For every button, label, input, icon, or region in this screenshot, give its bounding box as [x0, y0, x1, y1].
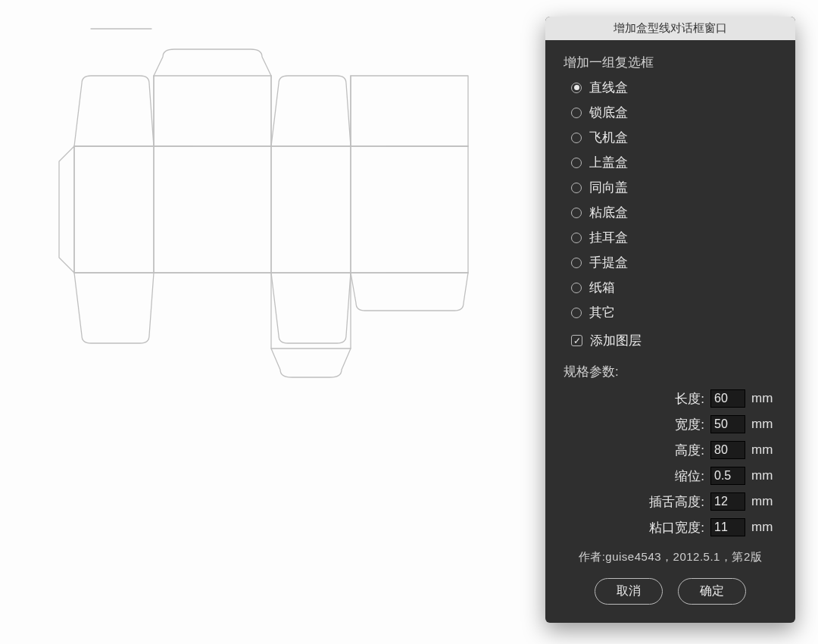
- radio-icon: [571, 108, 582, 118]
- param-row: 高度:mm: [564, 441, 777, 459]
- box-type-radio[interactable]: 其它: [571, 304, 777, 321]
- add-layer-checkbox[interactable]: ✓添加图层: [571, 332, 777, 349]
- dialog-title: 增加盒型线对话框窗口: [545, 17, 795, 40]
- box-type-radio[interactable]: 飞机盒: [571, 129, 777, 146]
- radio-icon: [571, 183, 582, 193]
- radio-icon: [571, 133, 582, 143]
- box-dieline-svg: [0, 0, 545, 644]
- box-type-radio[interactable]: 锁底盒: [571, 104, 777, 121]
- radio-label: 飞机盒: [589, 129, 628, 146]
- radio-label: 其它: [589, 304, 615, 321]
- radio-label: 粘底盒: [589, 204, 628, 221]
- radio-label: 同向盖: [589, 179, 628, 196]
- svg-rect-3: [351, 146, 468, 273]
- param-input[interactable]: [710, 415, 745, 433]
- param-label: 缩位:: [675, 467, 704, 485]
- box-type-radio-list: 直线盒锁底盒飞机盒上盖盒同向盖粘底盒挂耳盒手提盒纸箱其它✓添加图层: [564, 79, 777, 349]
- box-type-radio[interactable]: 同向盖: [571, 179, 777, 196]
- radio-icon: [571, 308, 582, 318]
- param-row: 插舌高度:mm: [564, 492, 777, 511]
- radio-icon: [571, 83, 582, 93]
- checkbox-icon: ✓: [571, 335, 582, 346]
- box-dieline-canvas: [0, 0, 545, 644]
- param-unit: mm: [751, 417, 777, 432]
- param-label: 粘口宽度:: [649, 519, 704, 536]
- radio-label: 直线盒: [589, 79, 628, 96]
- param-row: 缩位:mm: [564, 467, 777, 485]
- param-unit: mm: [751, 520, 777, 535]
- param-label: 长度:: [675, 390, 704, 408]
- author-line: 作者:guise4543，2012.5.1，第2版: [545, 550, 795, 564]
- radio-section-title: 增加一组复选框: [564, 54, 777, 71]
- ok-button[interactable]: 确定: [678, 578, 746, 605]
- dialog-button-row: 取消 确定: [545, 578, 795, 605]
- param-label: 高度:: [675, 442, 704, 459]
- radio-label: 纸箱: [589, 279, 615, 296]
- param-input[interactable]: [710, 441, 745, 459]
- param-unit: mm: [751, 391, 777, 406]
- svg-rect-0: [74, 146, 154, 273]
- radio-icon: [571, 208, 582, 218]
- radio-label: 锁底盒: [589, 104, 628, 121]
- radio-label: 挂耳盒: [589, 229, 628, 246]
- checkbox-label: 添加图层: [590, 332, 642, 349]
- box-type-radio[interactable]: 粘底盒: [571, 204, 777, 221]
- radio-icon: [571, 233, 582, 243]
- param-row: 长度:mm: [564, 389, 777, 408]
- svg-rect-1: [154, 146, 271, 273]
- param-row: 粘口宽度:mm: [564, 518, 777, 536]
- box-type-radio[interactable]: 手提盒: [571, 254, 777, 271]
- svg-rect-2: [271, 146, 351, 273]
- cancel-button[interactable]: 取消: [595, 578, 663, 605]
- box-type-radio[interactable]: 直线盒: [571, 79, 777, 96]
- radio-icon: [571, 283, 582, 293]
- param-input[interactable]: [710, 389, 745, 408]
- params-title: 规格参数:: [564, 363, 777, 380]
- box-type-radio[interactable]: 挂耳盒: [571, 229, 777, 246]
- box-type-section: 增加一组复选框 直线盒锁底盒飞机盒上盖盒同向盖粘底盒挂耳盒手提盒纸箱其它✓添加图…: [545, 40, 795, 349]
- radio-label: 上盖盒: [589, 154, 628, 171]
- params-section: 规格参数: 长度:mm宽度:mm高度:mm缩位:mm插舌高度:mm粘口宽度:mm: [545, 349, 795, 536]
- radio-icon: [571, 258, 582, 268]
- param-input[interactable]: [710, 518, 745, 536]
- param-unit: mm: [751, 494, 777, 509]
- param-input[interactable]: [710, 492, 745, 511]
- box-type-radio[interactable]: 纸箱: [571, 279, 777, 296]
- param-input[interactable]: [710, 467, 745, 485]
- param-unit: mm: [751, 442, 777, 458]
- box-type-radio[interactable]: 上盖盒: [571, 154, 777, 171]
- param-unit: mm: [751, 468, 777, 483]
- radio-label: 手提盒: [589, 254, 628, 271]
- param-row: 宽度:mm: [564, 415, 777, 433]
- radio-icon: [571, 158, 582, 168]
- param-label: 插舌高度:: [649, 493, 704, 511]
- param-label: 宽度:: [675, 416, 704, 433]
- box-dialog: 增加盒型线对话框窗口 增加一组复选框 直线盒锁底盒飞机盒上盖盒同向盖粘底盒挂耳盒…: [545, 17, 795, 623]
